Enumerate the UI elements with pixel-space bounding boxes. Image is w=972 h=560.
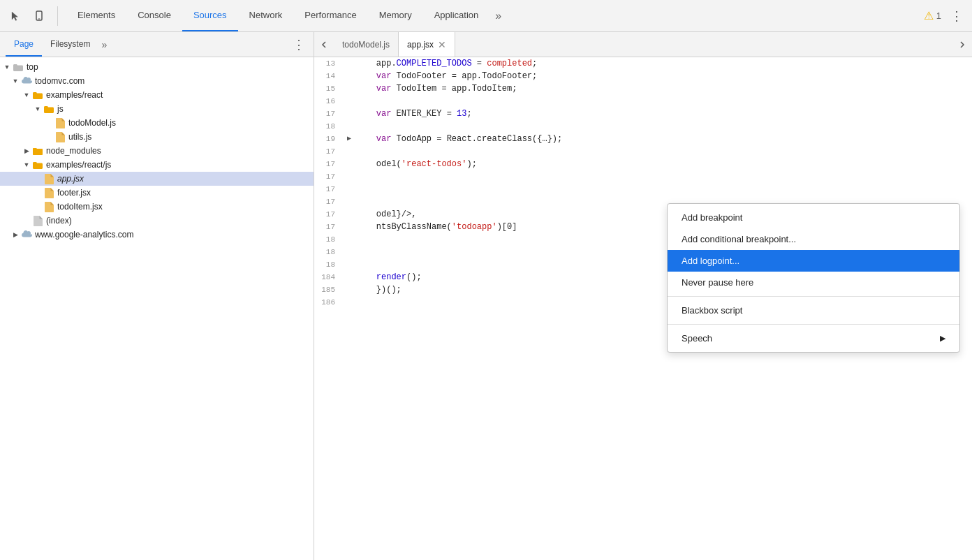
editor-tab-back-button[interactable] (314, 32, 334, 57)
cursor-icon[interactable] (6, 6, 25, 26)
line-num-186: 186 (314, 296, 344, 309)
line-num-17f: 17 (314, 208, 344, 221)
folder-icon-js (43, 103, 54, 115)
code-line-17d: 17 (314, 183, 972, 196)
tree-label-top: top (27, 62, 38, 72)
folder-arrow-node-modules (22, 147, 31, 155)
folder-icon-examples-react-js (32, 159, 43, 170)
file-spacer-footer-jsx (34, 189, 42, 197)
tree-item-index[interactable]: (index) (0, 214, 314, 228)
tree-item-todoitem-jsx[interactable]: todoItem.jsx (0, 200, 314, 214)
editor-tab-close-button[interactable]: ✕ (438, 39, 446, 50)
tree-item-examples-react[interactable]: examples/react (0, 88, 314, 102)
menu-item-never-pause[interactable]: Never pause here (668, 272, 959, 293)
line-content-18 (355, 120, 972, 133)
editor-tab-todomodel-label: todoModel.js (342, 40, 390, 50)
tab-elements[interactable]: Elements (66, 0, 126, 31)
tree-label-utils: utils.js (68, 132, 91, 142)
line-content-16 (355, 95, 972, 108)
sidebar-tab-page[interactable]: Page (6, 32, 42, 57)
tree-item-node-modules[interactable]: node_modules (0, 144, 314, 158)
folder-arrow-top (3, 63, 11, 71)
folder-arrow-google-analytics (11, 230, 20, 239)
tree-label-todomvc: todomvc.com (35, 76, 84, 86)
code-line-17: 17 var ENTER_KEY = 13; (314, 108, 972, 120)
file-icon-utils (54, 131, 66, 142)
line-num-17e: 17 (314, 196, 344, 208)
file-tree: top todomvc.com (0, 57, 314, 560)
tree-item-footer-jsx[interactable]: footer.jsx (0, 186, 314, 200)
line-num-16: 16 (314, 95, 344, 108)
tree-item-todomodel[interactable]: todoModel.js (0, 116, 314, 130)
line-num-18b: 18 (314, 246, 344, 258)
main-area: Page Filesystem » ⋮ top (0, 32, 972, 560)
line-content-13: app.COMPLETED_TODOS = completed; (355, 57, 972, 70)
sidebar-tab-filesystem[interactable]: Filesystem (42, 32, 98, 57)
file-spacer-app-jsx (34, 175, 42, 183)
file-spacer-utils (45, 133, 53, 141)
line-num-17d: 17 (314, 183, 344, 196)
more-tabs-button[interactable]: » (489, 0, 507, 31)
tab-sources[interactable]: Sources (182, 0, 238, 31)
editor-tab-app-jsx-label: app.jsx (407, 40, 434, 50)
line-num-18a: 18 (314, 233, 344, 246)
tree-item-todomvc[interactable]: todomvc.com (0, 74, 314, 88)
cloud-icon-todomvc (21, 77, 32, 85)
sidebar-menu-button[interactable]: ⋮ (290, 37, 308, 52)
folder-arrow-examples-react (22, 91, 31, 99)
tree-item-google-analytics[interactable]: www.google-analytics.com (0, 228, 314, 242)
folder-arrow-examples-react-js (22, 161, 31, 169)
devtools-toolbar-icons (6, 6, 58, 26)
menu-item-add-breakpoint[interactable]: Add breakpoint (668, 207, 959, 228)
devtools-menu-button[interactable]: ⋮ (947, 6, 966, 26)
code-line-17c: 17 (314, 170, 972, 183)
folder-icon-node-modules (32, 145, 43, 156)
tree-item-js[interactable]: js (0, 102, 314, 116)
file-icon-footer-jsx (43, 187, 54, 198)
line-content-17d (355, 183, 972, 196)
tree-item-examples-react-js[interactable]: examples/react/js (0, 158, 314, 172)
sidebar: Page Filesystem » ⋮ top (0, 32, 314, 560)
line-num-19: 19 (314, 133, 344, 145)
tab-network[interactable]: Network (238, 0, 294, 31)
code-line-16: 16 (314, 95, 972, 108)
tree-label-todoitem-jsx: todoItem.jsx (57, 202, 103, 212)
tab-memory[interactable]: Memory (368, 0, 423, 31)
editor-tab-app-jsx[interactable]: app.jsx ✕ (399, 32, 455, 57)
editor-tab-collapse-right[interactable] (952, 32, 972, 57)
code-line-15: 15 var TodoItem = app.TodoItem; (314, 82, 972, 95)
tab-console[interactable]: Console (126, 0, 182, 31)
code-line-18: 18 (314, 120, 972, 133)
line-num-17a: 17 (314, 145, 344, 158)
line-num-14: 14 (314, 70, 344, 82)
line-num-17c: 17 (314, 170, 344, 183)
code-line-19: 19 ▶ var TodoApp = React.createClass({…}… (314, 133, 972, 145)
warning-count: 1 (936, 10, 941, 21)
code-line-13: 13 app.COMPLETED_TODOS = completed; (314, 57, 972, 70)
editor-tab-todomodel[interactable]: todoModel.js (334, 32, 399, 57)
mobile-icon[interactable] (29, 6, 49, 26)
tree-label-node-modules: node_modules (46, 146, 101, 156)
file-icon-todoitem-jsx (43, 201, 54, 212)
tree-label-google-analytics: www.google-analytics.com (35, 230, 133, 240)
file-spacer-index (22, 216, 31, 225)
line-num-184: 184 (314, 271, 344, 283)
menu-item-speech[interactable]: Speech ▶ (668, 327, 959, 349)
menu-item-blackbox-script[interactable]: Blackbox script (668, 300, 959, 321)
menu-item-add-logpoint[interactable]: Add logpoint... (668, 250, 959, 272)
tree-item-utils[interactable]: utils.js (0, 130, 314, 144)
line-num-15: 15 (314, 82, 344, 95)
tab-application[interactable]: Application (423, 0, 490, 31)
menu-item-add-conditional-breakpoint[interactable]: Add conditional breakpoint... (668, 228, 959, 250)
line-content-17c (355, 170, 972, 183)
folder-icon-top (13, 61, 24, 73)
menu-divider-2 (668, 324, 959, 325)
tree-item-top[interactable]: top (0, 60, 314, 74)
tab-performance[interactable]: Performance (293, 0, 367, 31)
sidebar-more-tabs[interactable]: » (101, 39, 107, 50)
file-icon-app-jsx (43, 173, 54, 184)
folder-icon-examples-react (32, 89, 43, 101)
tree-item-app-jsx[interactable]: app.jsx (0, 172, 314, 186)
cloud-icon-google-analytics (21, 230, 32, 239)
tree-label-examples-react-js: examples/react/js (46, 160, 111, 170)
